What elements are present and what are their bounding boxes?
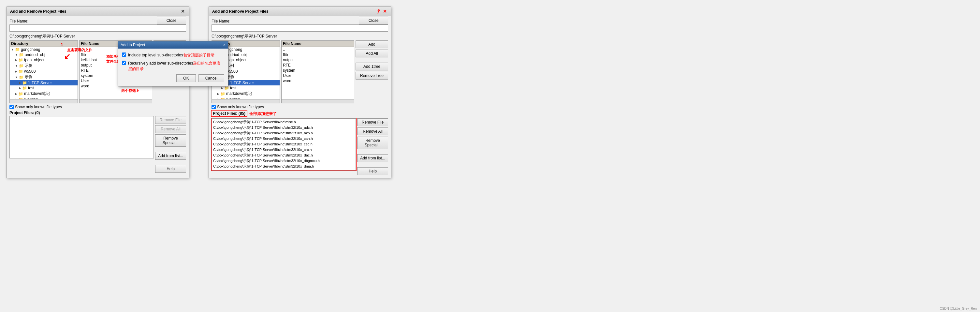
tree-label: ruanjian bbox=[226, 97, 240, 99]
left-path-label: C:\box\gongcheng\示例\1-TCP Server bbox=[10, 33, 186, 39]
overlay-check1-label: Include top level sub-directories包含顶层的子目… bbox=[128, 53, 215, 58]
tree-label: gongcheng bbox=[21, 47, 40, 52]
project-file-item[interactable]: C:\box\gongcheng\示例\1-TCP Server\flib\in… bbox=[213, 169, 355, 170]
tree-label: 示例 bbox=[25, 74, 33, 80]
tree-item[interactable]: ▼ 📁 gongcheng bbox=[10, 47, 78, 52]
right-remove-tree-button[interactable]: Remove Tree bbox=[356, 72, 388, 80]
left-dir-hscroll[interactable] bbox=[10, 99, 78, 103]
right-project-files-list[interactable]: C:\box\gongcheng\示例\1-TCP Server\flib\in… bbox=[212, 118, 356, 170]
left-tree-content[interactable]: ▼ 📁 gongcheng▼ 📁 andriod_obj▶ 📁 fpga_obj… bbox=[10, 47, 78, 99]
overlay-ok-button[interactable]: OK bbox=[176, 74, 196, 82]
right-remove-all-button[interactable]: Remove All bbox=[357, 127, 388, 135]
tree-item[interactable]: ▶ 📁 1-TCP Server bbox=[10, 80, 78, 85]
tree-item[interactable]: ▶ 📁 w5500 bbox=[10, 69, 78, 74]
left-file-hscroll[interactable] bbox=[80, 99, 152, 103]
file-item[interactable]: RTE bbox=[282, 63, 354, 68]
overlay-title-text: Add to Project bbox=[121, 43, 145, 47]
overlay-checkbox-1[interactable] bbox=[122, 53, 126, 57]
left-show-only-checkbox[interactable] bbox=[10, 105, 14, 109]
tree-label: markdown笔记 bbox=[24, 91, 50, 97]
project-file-item[interactable]: C:\box\gongcheng\示例\1-TCP Server\flib\in… bbox=[213, 136, 355, 142]
overlay-content: Include top level sub-directories包含顶层的子目… bbox=[118, 49, 228, 86]
right-add-tree-button[interactable]: Add 1tree bbox=[356, 63, 388, 70]
folder-icon: 📁 bbox=[18, 97, 23, 99]
left-show-only-label: Show only known file types bbox=[15, 105, 62, 109]
right-help-button[interactable]: Help bbox=[357, 167, 388, 175]
right-close-x[interactable]: ✕ bbox=[382, 9, 388, 14]
tree-label: fpga_object bbox=[24, 58, 45, 62]
expand-icon: ▶ bbox=[217, 98, 220, 99]
project-file-item[interactable]: C:\box\gongcheng\示例\1-TCP Server\flib\in… bbox=[213, 153, 355, 158]
tree-item[interactable]: ▶ 📁 test bbox=[10, 85, 78, 91]
left-remove-all-button[interactable]: Remove All bbox=[155, 125, 186, 133]
left-add-from-list-button[interactable]: Add from list... bbox=[155, 152, 186, 160]
right-remove-special-button[interactable]: Remove Special... bbox=[357, 137, 388, 149]
tree-item[interactable]: ▶ 📁 markdown笔记 bbox=[10, 91, 78, 97]
file-item[interactable]: .. bbox=[282, 47, 354, 52]
right-add-button[interactable]: Add bbox=[356, 40, 388, 48]
overlay-check2-label: Recursively add lower sub-directories递归的… bbox=[128, 60, 224, 72]
file-item[interactable]: word bbox=[282, 78, 354, 83]
tree-item[interactable]: ▼ 📁 示例 bbox=[10, 74, 78, 80]
tree-label: andriod_obj bbox=[226, 53, 247, 57]
project-file-item[interactable]: C:\box\gongcheng\示例\1-TCP Server\flib\in… bbox=[213, 131, 355, 136]
right-show-only-checkbox[interactable] bbox=[212, 105, 216, 109]
folder-icon: 📁 bbox=[19, 53, 24, 57]
right-file-hscroll[interactable] bbox=[282, 99, 354, 103]
check1-en: Include top level sub-directories bbox=[128, 53, 183, 57]
right-close-button[interactable]: Close bbox=[359, 17, 388, 24]
right-dir-hscroll[interactable] bbox=[212, 99, 280, 103]
file-item[interactable]: system bbox=[282, 68, 354, 73]
project-file-item[interactable]: C:\box\gongcheng\示例\1-TCP Server\flib\in… bbox=[213, 142, 355, 147]
left-title-text: Add and Remove Project Files bbox=[10, 9, 67, 14]
left-remove-file-button[interactable]: Remove File bbox=[155, 116, 186, 124]
left-close-button[interactable]: Close bbox=[157, 17, 186, 24]
tree-label: markdown笔记 bbox=[226, 91, 252, 97]
tree-item[interactable]: ▼ 📁 示例 bbox=[10, 63, 78, 69]
tree-item[interactable]: ▶ 📁 ruanjian bbox=[10, 97, 78, 99]
tree-item[interactable]: ▶ 📁 markdown笔记 bbox=[212, 91, 280, 97]
expand-icon: ▶ bbox=[15, 70, 17, 73]
right-files-content[interactable]: ..fliboutputRTEsystemUserword bbox=[282, 47, 354, 99]
project-file-item[interactable]: C:\box\gongcheng\示例\1-TCP Server\flib\in… bbox=[213, 147, 355, 153]
folder-icon: 📁 bbox=[19, 75, 24, 80]
tree-item[interactable]: ▼ 📁 andriod_obj bbox=[10, 52, 78, 57]
project-file-item[interactable]: C:\box\gongcheng\示例\1-TCP Server\flib\in… bbox=[213, 164, 355, 169]
folder-icon: 📁 bbox=[18, 58, 23, 62]
overlay-title: Add to Project × bbox=[118, 41, 228, 49]
right-filename-header: File Name bbox=[282, 41, 354, 47]
main-wrapper: Add and Remove Project Files ✕ File Name… bbox=[6, 6, 391, 178]
overlay-checkbox-2[interactable] bbox=[122, 60, 126, 65]
right-project-files-section: Project Files: (85) 全部添加进来了 C:\box\gongc… bbox=[212, 110, 388, 175]
file-item[interactable]: output bbox=[282, 57, 354, 63]
project-file-item[interactable]: C:\box\gongcheng\示例\1-TCP Server\flib\in… bbox=[213, 119, 355, 125]
right-dialog: Add and Remove Project Files ✕ ↗ File Na… bbox=[208, 6, 391, 178]
tree-item[interactable]: ▶ 📁 fpga_object bbox=[10, 57, 78, 63]
right-add-from-list-button[interactable]: Add from list... bbox=[357, 154, 388, 162]
right-show-only-label: Show only known file types bbox=[217, 105, 264, 109]
right-remove-file-button[interactable]: Remove File bbox=[357, 118, 388, 126]
file-item[interactable]: flib bbox=[282, 52, 354, 57]
right-file-name-input[interactable] bbox=[212, 24, 388, 32]
left-help-button[interactable]: Help bbox=[155, 165, 186, 173]
left-remove-special-button[interactable]: Remove Special... bbox=[155, 134, 186, 147]
check1-cn: 包含顶层的子目录 bbox=[183, 53, 215, 57]
left-close-x[interactable]: ✕ bbox=[180, 9, 185, 14]
project-file-item[interactable]: C:\box\gongcheng\示例\1-TCP Server\flib\in… bbox=[213, 125, 355, 131]
right-bottom-buttons: Remove File Remove All Remove Special...… bbox=[357, 118, 388, 175]
project-file-item[interactable]: C:\box\gongcheng\示例\1-TCP Server\flib\in… bbox=[213, 158, 355, 164]
left-file-name-input[interactable] bbox=[10, 24, 186, 32]
expand-icon: ▶ bbox=[19, 86, 21, 90]
expand-icon: ▼ bbox=[11, 48, 14, 51]
right-add-all-button[interactable]: Add All bbox=[356, 49, 388, 57]
tree-item[interactable]: ▶ 📁 ruanjian bbox=[212, 97, 280, 99]
right-path-label: C:\box\gongcheng\示例\1-TCP Server bbox=[212, 33, 388, 39]
folder-icon: 📁 bbox=[19, 64, 24, 68]
overlay-cancel-button[interactable]: Cancel bbox=[199, 74, 224, 82]
expand-icon: ▼ bbox=[15, 76, 18, 79]
expand-icon: ▶ bbox=[15, 58, 17, 62]
file-item[interactable]: User bbox=[282, 73, 354, 78]
left-directory-header: Directory bbox=[10, 41, 78, 47]
overlay-close-x[interactable]: × bbox=[223, 43, 226, 47]
left-project-files-list[interactable] bbox=[10, 116, 154, 158]
